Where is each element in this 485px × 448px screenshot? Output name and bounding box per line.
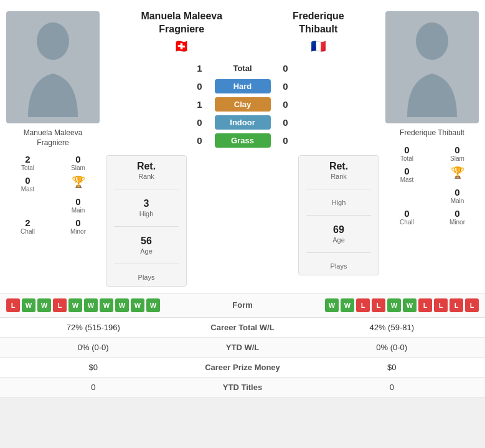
player1-slam-value: 0 xyxy=(75,154,80,164)
player1-form-badge-2: W xyxy=(37,298,51,312)
stats-row-right-2: $0 xyxy=(305,363,479,372)
total-score-right: 0 xyxy=(273,63,298,74)
player1-form-badge-8: W xyxy=(131,298,144,312)
score-row-clay: 1 Clay 0 xyxy=(106,96,379,113)
indoor-score-right: 0 xyxy=(273,117,298,128)
player2-minor-value: 0 xyxy=(454,208,459,219)
trophy-icon: 🏆 xyxy=(72,175,85,189)
stats-row-0: 72% (515-196)Career Total W/L42% (59-81) xyxy=(0,318,485,338)
total-label: Total xyxy=(215,61,271,75)
stats-row-left-3: 0 xyxy=(6,383,181,392)
player1-high-value: 3 xyxy=(144,198,149,209)
player2-name: Frederique Thibault xyxy=(400,128,464,138)
player2-stat-panel: Ret. Rank High 69 Age Plays xyxy=(298,155,379,275)
player1-rank-label: Rank xyxy=(138,173,154,180)
clay-label: Clay xyxy=(215,97,271,112)
player1-minor-value: 0 xyxy=(75,217,80,228)
form-section: LWWLWWWWWW Form WWLLWWLLLL xyxy=(0,293,485,317)
player1-form-badge-4: W xyxy=(68,298,82,312)
player2-header: Frederique Thibault 🇫🇷 xyxy=(293,10,344,54)
comparison-section: Manuela Maleeva Fragniere 2 Total 0 Slam… xyxy=(0,0,485,293)
player1-rank-value: Ret. xyxy=(137,161,156,172)
player1-avatar xyxy=(6,11,100,123)
player1-form-badge-7: W xyxy=(115,298,129,312)
main-container: Manuela Maleeva Fragniere 2 Total 0 Slam… xyxy=(0,0,485,398)
stats-row-left-1: 0% (0-0) xyxy=(6,343,181,352)
stats-row-2: $0Career Prize Money$0 xyxy=(0,358,485,378)
panel1-divider3 xyxy=(114,264,179,264)
player2-total-cell: 0 Total xyxy=(383,143,431,163)
center-column: Manuela Maleeva Fragniere 🇨🇭 Frederique … xyxy=(106,6,379,287)
stats-row-center-2: Career Prize Money xyxy=(181,363,305,372)
player1-total-cell: 2 Total xyxy=(4,153,52,173)
score-row-hard: 0 Hard 0 xyxy=(106,78,379,95)
player2-mast-label: Mast xyxy=(400,176,414,183)
clay-score-right: 0 xyxy=(273,99,298,110)
player2-form-badge-9: L xyxy=(465,298,479,312)
player2-stats-grid: 0 Total 0 Slam 0 Mast 🏆 0 Main xyxy=(383,143,481,227)
player1-age-value: 56 xyxy=(141,236,152,247)
player2-main-label: Main xyxy=(451,198,464,204)
player2-form-badge-4: W xyxy=(387,298,401,312)
player1-rank-item: Ret. Rank xyxy=(114,161,179,180)
player2-form-badge-2: L xyxy=(356,298,370,312)
player2-chall-cell: 0 Chall xyxy=(383,207,431,227)
player1-mast-label: Mast xyxy=(21,186,35,193)
stats-table: 72% (515-196)Career Total W/L42% (59-81)… xyxy=(0,317,485,398)
svg-point-0 xyxy=(37,22,69,60)
player-header-row: Manuela Maleeva Fragniere 🇨🇭 Frederique … xyxy=(106,6,379,57)
player2-total-label: Total xyxy=(400,155,413,162)
hard-score-right: 0 xyxy=(273,81,298,92)
player2-plays-label: Plays xyxy=(331,262,347,270)
stats-row-left-0: 72% (515-196) xyxy=(6,323,181,332)
player2-main-cell: 0 Main xyxy=(433,186,481,206)
stats-row-right-1: 0% (0-0) xyxy=(305,343,479,352)
player1-title: Manuela Maleeva Fragniere xyxy=(141,10,222,36)
player1-plays-item: Plays xyxy=(114,273,179,281)
player2-slam-value: 0 xyxy=(454,145,459,155)
player1-form-badge-3: L xyxy=(53,298,67,312)
hard-label: Hard xyxy=(215,79,271,93)
panel1-divider2 xyxy=(114,226,179,227)
player2-avatar xyxy=(385,11,479,123)
player1-total-value: 2 xyxy=(25,154,30,164)
player2-form-badge-5: W xyxy=(403,298,417,312)
grass-score-right: 0 xyxy=(273,135,298,146)
player2-form-badge-6: L xyxy=(418,298,432,312)
player2-panel: Frederique Thibault 0 Total 0 Slam 0 Mas… xyxy=(379,6,485,287)
hard-score-left: 0 xyxy=(187,81,212,92)
player1-high-item: 3 High xyxy=(114,198,179,217)
player2-high-item: High xyxy=(306,198,371,206)
player2-total-value: 0 xyxy=(404,145,409,155)
player2-high-label: High xyxy=(332,199,346,206)
player1-age-item: 56 Age xyxy=(114,236,179,255)
player1-high-label: High xyxy=(139,210,154,217)
player1-form-badge-0: L xyxy=(6,298,20,312)
player2-mast-cell: 0 Mast xyxy=(383,164,431,184)
grass-label: Grass xyxy=(215,133,271,148)
stat-panels: Ret. Rank 3 High 56 Age Plays xyxy=(106,155,379,287)
trophy2-icon: 🏆 xyxy=(451,166,464,179)
player1-main-label: Main xyxy=(72,207,85,214)
player2-form-badge-7: L xyxy=(434,298,448,312)
form-left: LWWLWWWWWW xyxy=(6,298,205,312)
clay-score-left: 1 xyxy=(187,99,212,110)
player1-mast-cell: 0 Mast xyxy=(4,174,52,194)
panel2-divider1 xyxy=(306,189,371,189)
player1-form-badge-6: W xyxy=(100,298,113,312)
player1-form-badge-5: W xyxy=(84,298,98,312)
score-row-indoor: 0 Indoor 0 xyxy=(106,114,379,131)
player1-main-cell: 0 Main xyxy=(54,195,102,215)
player1-total-label: Total xyxy=(21,164,34,171)
player2-slam-cell: 0 Slam xyxy=(433,143,481,163)
player2-form-badge-3: L xyxy=(372,298,385,312)
player2-mast-value: 0 xyxy=(404,166,409,176)
player1-stats-grid: 2 Total 0 Slam 0 Mast 🏆 0 Main xyxy=(4,153,102,236)
form-label: Form xyxy=(205,300,280,310)
score-section: 1 Total 0 0 Hard 0 1 Clay 0 0 Indoor xyxy=(106,60,379,150)
player1-chall-value: 2 xyxy=(25,217,30,228)
player2-title: Frederique Thibault xyxy=(293,10,344,36)
player1-name: Manuela Maleeva Fragniere xyxy=(24,128,83,148)
stats-row-3: 0YTD Titles0 xyxy=(0,378,485,398)
svg-point-1 xyxy=(416,22,448,60)
